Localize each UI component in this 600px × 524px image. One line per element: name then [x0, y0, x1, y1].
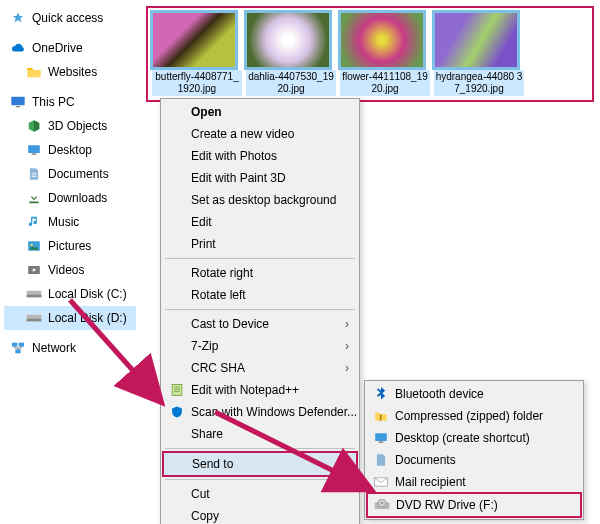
svg-rect-2	[28, 145, 40, 153]
label: Music	[48, 215, 79, 229]
menu-print[interactable]: Print	[163, 233, 357, 255]
menu-share[interactable]: Share	[163, 423, 357, 445]
menu-rotate-right[interactable]: Rotate right	[163, 262, 357, 284]
menu-cast[interactable]: Cast to Device›	[163, 313, 357, 335]
pc-icon	[10, 94, 26, 110]
menu-crc[interactable]: CRC SHA›	[163, 357, 357, 379]
file-thumb-dahlia[interactable]: dahlia-4407530_1920.jpg	[246, 12, 336, 96]
sidebar-item-local-c[interactable]: Local Disk (C:)	[4, 282, 136, 306]
disc-drive-icon	[374, 497, 390, 513]
sidebar-item-onedrive[interactable]: OneDrive	[4, 36, 136, 60]
label: Share	[191, 427, 223, 441]
sidebar-item-quick-access[interactable]: Quick access	[4, 6, 136, 30]
sidebar-item-local-d[interactable]: Local Disk (D:)	[4, 306, 136, 330]
nav-sidebar: Quick access OneDrive Websites This PC 3…	[0, 0, 140, 524]
sidebar-item-this-pc[interactable]: This PC	[4, 90, 136, 114]
chevron-right-icon: ›	[344, 457, 348, 471]
separator	[165, 309, 355, 310]
submenu-documents[interactable]: Documents	[367, 449, 581, 471]
svg-rect-15	[19, 343, 24, 347]
sidebar-item-music[interactable]: Music	[4, 210, 136, 234]
pictures-icon	[26, 238, 42, 254]
label: Compressed (zipped) folder	[395, 409, 543, 423]
menu-edit[interactable]: Edit	[163, 211, 357, 233]
notepad-icon	[169, 382, 185, 398]
label: Websites	[48, 65, 97, 79]
label: Edit with Paint 3D	[191, 171, 286, 185]
submenu-desktop[interactable]: Desktop (create shortcut)	[367, 427, 581, 449]
menu-edit-photos[interactable]: Edit with Photos	[163, 145, 357, 167]
label: Send to	[192, 457, 233, 471]
label: Documents	[395, 453, 456, 467]
menu-rotate-left[interactable]: Rotate left	[163, 284, 357, 306]
label: Rotate left	[191, 288, 246, 302]
documents-icon	[26, 166, 42, 182]
svg-point-10	[39, 295, 40, 296]
svg-rect-4	[29, 202, 38, 204]
label: Local Disk (C:)	[48, 287, 127, 301]
network-icon	[10, 340, 26, 356]
label: Print	[191, 237, 216, 251]
sidebar-item-3d-objects[interactable]: 3D Objects	[4, 114, 136, 138]
sidebar-item-pictures[interactable]: Pictures	[4, 234, 136, 258]
thumbnail-image	[434, 12, 518, 68]
file-name: flower-4411108_1920.jpg	[340, 70, 430, 96]
sendto-submenu: Bluetooth device Compressed (zipped) fol…	[364, 380, 584, 520]
svg-rect-1	[16, 106, 20, 107]
submenu-mail[interactable]: Mail recipient	[367, 471, 581, 493]
menu-7zip[interactable]: 7-Zip›	[163, 335, 357, 357]
bluetooth-icon	[373, 386, 389, 402]
sidebar-item-downloads[interactable]: Downloads	[4, 186, 136, 210]
label: Quick access	[32, 11, 103, 25]
menu-copy[interactable]: Copy	[163, 505, 357, 524]
svg-rect-3	[32, 154, 37, 155]
chevron-right-icon: ›	[345, 317, 349, 331]
submenu-compressed[interactable]: Compressed (zipped) folder	[367, 405, 581, 427]
menu-cut[interactable]: Cut	[163, 483, 357, 505]
svg-rect-17	[172, 384, 182, 395]
sidebar-item-desktop[interactable]: Desktop	[4, 138, 136, 162]
sidebar-item-videos[interactable]: Videos	[4, 258, 136, 282]
label: Local Disk (D:)	[48, 311, 127, 325]
sidebar-item-network[interactable]: Network	[4, 336, 136, 360]
label: Edit with Photos	[191, 149, 277, 163]
submenu-dvd-drive[interactable]: DVD RW Drive (F:)	[368, 494, 580, 516]
shield-icon	[169, 404, 185, 420]
documents-icon	[373, 452, 389, 468]
separator	[165, 258, 355, 259]
menu-send-to[interactable]: Send to›	[164, 453, 356, 475]
label: 3D Objects	[48, 119, 107, 133]
chevron-right-icon: ›	[345, 339, 349, 353]
svg-point-13	[39, 319, 40, 320]
label: Documents	[48, 167, 109, 181]
sidebar-item-documents[interactable]: Documents	[4, 162, 136, 186]
svg-rect-16	[15, 349, 20, 353]
context-menu: Open Create a new video Edit with Photos…	[160, 98, 360, 524]
file-thumb-flower[interactable]: flower-4411108_1920.jpg	[340, 12, 430, 96]
svg-rect-0	[11, 97, 24, 106]
label: Cast to Device	[191, 317, 269, 331]
sidebar-item-websites[interactable]: Websites	[4, 60, 136, 84]
label: Edit with Notepad++	[191, 383, 299, 397]
label: Cut	[191, 487, 210, 501]
menu-create-video[interactable]: Create a new video	[163, 123, 357, 145]
cloud-icon	[10, 40, 26, 56]
svg-rect-20	[379, 442, 384, 443]
menu-defender[interactable]: Scan with Windows Defender...	[163, 401, 357, 423]
label: Videos	[48, 263, 84, 277]
label: Open	[191, 105, 222, 119]
label: Scan with Windows Defender...	[191, 405, 357, 419]
download-icon	[26, 190, 42, 206]
menu-edit-paint3d[interactable]: Edit with Paint 3D	[163, 167, 357, 189]
svg-point-24	[381, 502, 383, 504]
file-thumb-butterfly[interactable]: butterfly-4408771_1920.jpg	[152, 12, 242, 96]
submenu-bluetooth[interactable]: Bluetooth device	[367, 383, 581, 405]
selected-thumbnails-row: butterfly-4408771_1920.jpg dahlia-440753…	[146, 6, 594, 102]
menu-set-bg[interactable]: Set as desktop background	[163, 189, 357, 211]
label: Network	[32, 341, 76, 355]
menu-open[interactable]: Open	[163, 101, 357, 123]
file-thumb-hydrangea[interactable]: hydrangea-44080 37_1920.jpg	[434, 12, 524, 96]
label: Edit	[191, 215, 212, 229]
folder-icon	[26, 64, 42, 80]
menu-notepadpp[interactable]: Edit with Notepad++	[163, 379, 357, 401]
